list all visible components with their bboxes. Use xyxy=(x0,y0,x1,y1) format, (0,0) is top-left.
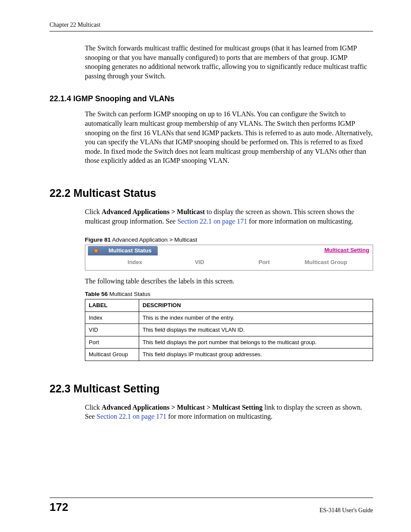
table-number: Table 56 xyxy=(85,291,108,297)
cell-label: VID xyxy=(85,324,139,336)
heading-22-1-4: 22.1.4 IGMP Snooping and VLANs xyxy=(50,94,373,103)
th-label: LABEL xyxy=(85,299,139,312)
chapter-label: Chapter 22 Multicast xyxy=(50,22,100,28)
cell-desc: This field displays IP multicast group a… xyxy=(139,348,373,361)
table-row: Port This field displays the port number… xyxy=(85,336,373,348)
text-fragment: Click xyxy=(85,208,102,215)
figure-number: Figure 81 xyxy=(85,236,111,243)
running-header: Chapter 22 Multicast xyxy=(50,22,373,31)
breadcrumb-path: Advanced Applications > Multicast > Mult… xyxy=(102,404,263,411)
table-intro: The following table describes the labels… xyxy=(85,277,373,286)
cross-ref-link[interactable]: Section 22.1 on page 171 xyxy=(177,218,247,225)
column-headers: Index VID Port Multicast Group xyxy=(85,256,373,266)
para-22-2: Click Advanced Applications > Multicast … xyxy=(85,207,373,226)
table-row: Index This is the index number of the en… xyxy=(85,311,373,324)
guide-title: ES-3148 User's Guide xyxy=(319,507,373,514)
heading-22-3: 22.3 Multicast Setting xyxy=(50,383,373,395)
text-fragment: Click xyxy=(85,404,102,411)
cell-label: Multicast Group xyxy=(85,348,139,361)
tab-bar: Multicast Status Multicast Setting xyxy=(85,245,373,256)
para-22-3: Click Advanced Applications > Multicast … xyxy=(85,403,373,421)
cell-desc: This field displays the port number that… xyxy=(139,336,373,348)
page-footer: 172 ES-3148 User's Guide xyxy=(50,498,373,514)
col-multicast-group: Multicast Group xyxy=(296,258,355,266)
col-index: Index xyxy=(103,258,167,266)
figure-title: Advanced Application > Multicast xyxy=(111,236,197,243)
table-header-row: LABEL DESCRIPTION xyxy=(85,299,373,312)
tab-icon xyxy=(88,246,104,255)
table-multicast-status: LABEL DESCRIPTION Index This is the inde… xyxy=(85,299,373,361)
th-description: DESCRIPTION xyxy=(139,299,373,312)
table-row: VID This field displays the multicast VL… xyxy=(85,324,373,336)
text-fragment: for more information on multicasting. xyxy=(247,218,353,225)
orb-icon xyxy=(94,249,98,253)
heading-22-2: 22.2 Multicast Status xyxy=(50,187,373,199)
tab-label: Multicast Status xyxy=(104,246,158,255)
page-number: 172 xyxy=(50,501,68,514)
figure-caption: Figure 81 Advanced Application > Multica… xyxy=(85,236,373,244)
cell-label: Index xyxy=(85,311,139,324)
breadcrumb-path: Advanced Applications > Multicast xyxy=(102,208,205,215)
intro-paragraph: The Switch forwards multicast traffic de… xyxy=(85,44,373,81)
screenshot-multicast-status: Multicast Status Multicast Setting Index… xyxy=(85,245,373,271)
table-caption: Table 56 Multicast Status xyxy=(85,290,373,298)
cell-desc: This is the index number of the entry. xyxy=(139,311,373,324)
cell-label: Port xyxy=(85,336,139,348)
multicast-setting-link[interactable]: Multicast Setting xyxy=(324,246,369,254)
col-vid: VID xyxy=(167,258,232,266)
cross-ref-link[interactable]: Section 22.1 on page 171 xyxy=(97,413,166,420)
table-row: Multicast Group This field displays IP m… xyxy=(85,348,373,361)
table-title: Multicast Status xyxy=(108,291,150,297)
para-22-1-4: The Switch can perform IGMP snooping on … xyxy=(85,109,373,165)
cell-desc: This field displays the multicast VLAN I… xyxy=(139,324,373,336)
col-port: Port xyxy=(232,258,296,266)
text-fragment: for more information on multicasting. xyxy=(166,413,272,420)
